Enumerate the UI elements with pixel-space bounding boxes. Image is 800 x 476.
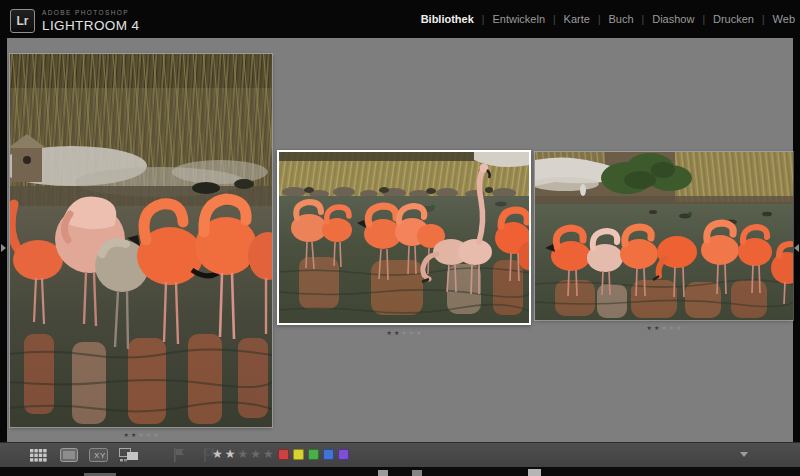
grid-view-button[interactable]: [28, 447, 49, 463]
svg-text:Y: Y: [100, 451, 106, 460]
flag-pick-icon[interactable]: [168, 447, 189, 463]
toolbar-star-4-icon[interactable]: ★: [250, 447, 263, 461]
module-tab-karte[interactable]: Karte: [564, 13, 590, 25]
background-window-sliver: [412, 470, 422, 476]
module-picker: Bibliothek|Entwickeln|Karte|Buch|Diashow…: [421, 0, 795, 38]
background-window-sliver: [378, 470, 388, 476]
photo-star-3-icon[interactable]: ★: [401, 330, 406, 336]
color-label-purple[interactable]: [338, 449, 349, 460]
photo-star-4-icon[interactable]: ★: [409, 330, 414, 336]
flamingo-row-image: [535, 152, 793, 320]
lightroom-logo-icon: Lr: [10, 9, 35, 33]
toolbar-star-2-icon[interactable]: ★: [225, 447, 238, 461]
toolbar-star-5-icon[interactable]: ★: [263, 447, 276, 461]
photo-rating[interactable]: ★★★★★: [277, 327, 531, 336]
color-label-green[interactable]: [308, 449, 319, 460]
photo-star-5-icon[interactable]: ★: [153, 432, 158, 438]
photo-rating[interactable]: ★★★★★: [10, 429, 272, 438]
background-window-sliver: [528, 469, 541, 476]
photo-star-1-icon[interactable]: ★: [124, 432, 129, 438]
color-label-yellow[interactable]: [293, 449, 304, 460]
survey-icon: [119, 448, 139, 463]
loupe-icon: [60, 448, 78, 462]
survey-view-button[interactable]: [118, 447, 139, 463]
photo-flamingos-standing-selected[interactable]: [277, 150, 531, 325]
photo-star-3-icon[interactable]: ★: [138, 432, 143, 438]
brand-lightroom-4: LIGHTROOM 4: [42, 19, 139, 33]
photo-star-4-icon[interactable]: ★: [669, 325, 674, 331]
module-tab-buch[interactable]: Buch: [609, 13, 634, 25]
photo-star-5-icon[interactable]: ★: [416, 330, 421, 336]
lightroom-window: Lr ADOBE PHOTOSHOP LIGHTROOM 4 Bibliothe…: [0, 0, 800, 476]
left-panel-collapsed-strip[interactable]: [0, 38, 7, 442]
module-separator: |: [553, 14, 556, 25]
compare-view-button[interactable]: X Y: [88, 447, 109, 463]
photo-flamingo-row[interactable]: [535, 152, 793, 320]
survey-view-area: ★★★★★: [0, 38, 800, 442]
top-bar: Lr ADOBE PHOTOSHOP LIGHTROOM 4 Bibliothe…: [0, 0, 800, 38]
module-separator: |: [482, 14, 485, 25]
photo-star-2-icon[interactable]: ★: [654, 325, 659, 331]
brand-text: ADOBE PHOTOSHOP LIGHTROOM 4: [42, 10, 139, 32]
expand-right-panel-icon[interactable]: [794, 244, 799, 252]
flamingo-pond-image: [10, 54, 272, 427]
photo-rating[interactable]: ★★★★★: [535, 322, 793, 331]
compare-xy-icon: X Y: [89, 448, 108, 462]
photo-star-3-icon[interactable]: ★: [661, 325, 666, 331]
toolbar: X Y: [0, 442, 800, 467]
photo-star-5-icon[interactable]: ★: [676, 325, 681, 331]
view-mode-group: X Y: [28, 447, 139, 463]
color-label-group: [278, 449, 349, 460]
photo-star-4-icon[interactable]: ★: [146, 432, 151, 438]
photo-star-2-icon[interactable]: ★: [394, 330, 399, 336]
module-tab-entwickeln[interactable]: Entwickeln: [492, 13, 545, 25]
toolbar-star-1-icon[interactable]: ★: [212, 447, 225, 461]
module-tab-diashow[interactable]: Diashow: [652, 13, 694, 25]
module-separator: |: [598, 14, 601, 25]
module-tab-web[interactable]: Web: [773, 13, 795, 25]
module-separator: |: [762, 14, 765, 25]
flamingo-group-image: [279, 152, 529, 323]
photo-star-1-icon[interactable]: ★: [387, 330, 392, 336]
window-bottom-edge: [0, 467, 800, 476]
photo-flamingos-portrait[interactable]: [10, 54, 272, 427]
grid-icon: [30, 449, 47, 462]
toolbar-star-rating: ★★★★★: [212, 444, 276, 462]
module-tab-drucken[interactable]: Drucken: [713, 13, 754, 25]
color-label-blue[interactable]: [323, 449, 334, 460]
toolbar-options-dropdown-icon[interactable]: [740, 452, 748, 457]
identity-plate: Lr ADOBE PHOTOSHOP LIGHTROOM 4: [10, 9, 139, 33]
expand-left-panel-icon[interactable]: [1, 244, 6, 252]
color-label-red[interactable]: [278, 449, 289, 460]
brand-adobe-photoshop: ADOBE PHOTOSHOP: [42, 10, 139, 17]
module-tab-bibliothek[interactable]: Bibliothek: [421, 13, 474, 25]
photo-star-2-icon[interactable]: ★: [131, 432, 136, 438]
photo-star-1-icon[interactable]: ★: [647, 325, 652, 331]
toolbar-star-3-icon[interactable]: ★: [238, 447, 251, 461]
module-separator: |: [642, 14, 645, 25]
module-separator: |: [702, 14, 705, 25]
loupe-view-button[interactable]: [58, 447, 79, 463]
right-panel-collapsed-strip[interactable]: [793, 38, 800, 442]
